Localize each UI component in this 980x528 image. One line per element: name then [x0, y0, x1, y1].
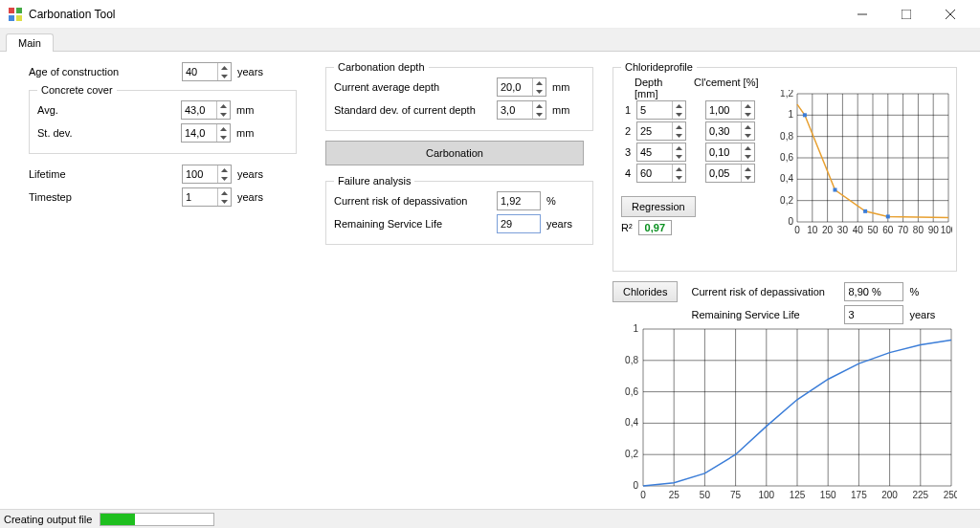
svg-marker-16: [221, 191, 228, 195]
svg-marker-13: [220, 136, 227, 140]
carb-avg-input[interactable]: [497, 77, 546, 97]
tab-main[interactable]: Main: [6, 33, 54, 52]
chl-value-input[interactable]: [705, 164, 755, 183]
chl-rsl-value[interactable]: [844, 305, 903, 324]
minimize-button[interactable]: [840, 0, 884, 29]
fail-risk-value[interactable]: [497, 191, 541, 210]
svg-marker-26: [676, 125, 682, 129]
svg-marker-18: [536, 81, 543, 85]
chloride-profile-group: Chlorideprofile Depth [mm] Cl'cement [%]…: [612, 61, 957, 272]
svg-marker-22: [676, 104, 682, 108]
svg-text:100: 100: [941, 225, 952, 235]
concrete-cover-group: Concrete cover Avg. mm St. dev. mm: [29, 84, 297, 154]
timestep-input[interactable]: [182, 187, 232, 207]
svg-text:0,4: 0,4: [780, 173, 793, 184]
svg-marker-17: [221, 200, 228, 204]
chevron-down-icon[interactable]: [533, 110, 546, 119]
r2-label: R²: [621, 222, 633, 233]
svg-text:0,2: 0,2: [625, 449, 638, 459]
chevron-up-icon[interactable]: [673, 165, 685, 173]
chevron-down-icon[interactable]: [742, 110, 754, 119]
chl-row-index: 3: [621, 146, 631, 158]
chevron-down-icon[interactable]: [742, 173, 754, 182]
chl-risk-label: Current risk of depassivation: [691, 286, 844, 297]
chevron-up-icon[interactable]: [742, 165, 754, 173]
svg-text:20: 20: [822, 225, 834, 235]
carbonation-button[interactable]: Carbonation: [325, 141, 584, 165]
svg-marker-36: [745, 167, 751, 171]
chevron-down-icon[interactable]: [218, 197, 231, 206]
lifetime-input[interactable]: [182, 165, 232, 184]
svg-text:80: 80: [913, 225, 924, 235]
chevron-up-icon[interactable]: [218, 188, 231, 197]
lifetime-label: Lifetime: [29, 168, 182, 180]
avg-input[interactable]: [181, 100, 231, 120]
chevron-up-icon[interactable]: [742, 122, 754, 131]
svg-text:1,2: 1,2: [780, 90, 793, 99]
chevron-up-icon[interactable]: [673, 101, 685, 110]
timestep-unit: years: [237, 191, 263, 203]
svg-marker-29: [745, 134, 751, 138]
chevron-down-icon[interactable]: [217, 133, 230, 142]
chevron-up-icon[interactable]: [217, 101, 230, 110]
chevron-up-icon[interactable]: [218, 63, 231, 72]
svg-text:50: 50: [867, 225, 879, 235]
svg-marker-15: [221, 177, 228, 181]
chevron-down-icon[interactable]: [673, 131, 685, 140]
app-icon: [8, 7, 23, 22]
svg-text:50: 50: [700, 490, 711, 500]
std-input[interactable]: [181, 123, 231, 143]
chevron-down-icon[interactable]: [673, 110, 685, 119]
chl-depth-input[interactable]: [636, 121, 686, 141]
chevron-up-icon[interactable]: [533, 78, 546, 87]
chevron-down-icon[interactable]: [673, 173, 685, 182]
chevron-up-icon[interactable]: [742, 143, 754, 152]
lifetime-unit: years: [237, 168, 263, 180]
carbonation-depth-legend: Carbonation depth: [334, 61, 429, 73]
chevron-up-icon[interactable]: [218, 165, 231, 174]
chl-value-input[interactable]: [705, 143, 755, 162]
chl-row-index: 1: [621, 104, 631, 116]
chl-value-input[interactable]: [705, 100, 755, 120]
chl-depth-input[interactable]: [636, 100, 686, 120]
chevron-up-icon[interactable]: [673, 122, 685, 131]
svg-text:25: 25: [669, 490, 680, 500]
carb-avg-label: Current average depth: [334, 81, 497, 93]
svg-marker-8: [221, 66, 228, 70]
chevron-down-icon[interactable]: [218, 72, 231, 80]
chevron-up-icon[interactable]: [673, 143, 685, 152]
r2-value: 0,97: [638, 220, 672, 235]
fail-rsl-value[interactable]: [497, 214, 541, 233]
svg-marker-24: [745, 104, 751, 108]
svg-marker-27: [676, 134, 682, 138]
chevron-down-icon[interactable]: [217, 110, 230, 119]
chevron-up-icon[interactable]: [742, 101, 754, 110]
maximize-button[interactable]: [884, 0, 928, 29]
chl-risk-value[interactable]: [844, 282, 903, 301]
svg-text:90: 90: [928, 225, 940, 235]
svg-marker-25: [745, 113, 751, 117]
svg-rect-74: [803, 113, 807, 117]
age-unit: years: [237, 66, 263, 77]
chevron-down-icon[interactable]: [742, 152, 754, 161]
chevron-down-icon[interactable]: [742, 131, 754, 140]
chl-depth-input[interactable]: [636, 143, 686, 162]
chevron-up-icon[interactable]: [533, 101, 546, 110]
chevron-down-icon[interactable]: [218, 174, 231, 183]
svg-rect-3: [16, 15, 22, 21]
regression-button[interactable]: Regression: [621, 196, 696, 217]
close-button[interactable]: [928, 0, 972, 29]
fail-risk-unit: %: [546, 195, 556, 207]
chevron-up-icon[interactable]: [217, 124, 230, 133]
svg-text:0,6: 0,6: [625, 386, 638, 397]
svg-marker-21: [536, 113, 543, 117]
carb-std-unit: mm: [552, 104, 569, 116]
chlorides-button[interactable]: Chlorides: [612, 281, 678, 302]
chevron-down-icon[interactable]: [533, 87, 546, 96]
age-input[interactable]: [182, 62, 232, 81]
chl-depth-input[interactable]: [636, 164, 686, 183]
carb-std-input[interactable]: [497, 100, 546, 120]
svg-text:175: 175: [851, 490, 867, 500]
chevron-down-icon[interactable]: [673, 152, 685, 161]
chl-value-input[interactable]: [705, 121, 755, 141]
